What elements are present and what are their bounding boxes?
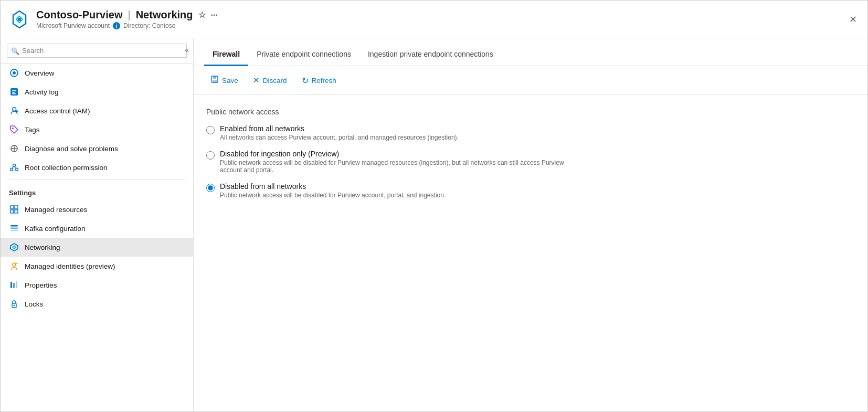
option-description: Public network access will be disabled f… — [220, 159, 587, 174]
svg-rect-7 — [12, 93, 16, 94]
tab-ingestion-endpoint[interactable]: Ingestion private endpoint connections — [359, 44, 502, 66]
option-all-disabled: Disabled from all networks Public networ… — [206, 182, 855, 199]
search-wrapper: 🔍 — [7, 44, 187, 58]
option-ingestion-only: Disabled for ingestion only (Preview) Pu… — [206, 150, 855, 174]
option-disabled-label: Disabled from all networks Public networ… — [220, 182, 446, 199]
tab-private-endpoint[interactable]: Private endpoint connections — [248, 44, 359, 66]
sidebar-item-tags[interactable]: Tags — [1, 120, 193, 139]
discard-icon: ✕ — [253, 76, 260, 85]
collapse-sidebar-button[interactable]: « — [181, 44, 193, 56]
tab-firewall[interactable]: Firewall — [204, 44, 248, 66]
svg-rect-19 — [10, 210, 14, 213]
search-input[interactable] — [7, 44, 187, 58]
svg-rect-34 — [213, 80, 217, 82]
svg-point-14 — [16, 168, 18, 171]
iam-icon — [9, 105, 19, 116]
svg-point-3 — [13, 71, 16, 75]
svg-rect-29 — [16, 281, 17, 288]
svg-point-31 — [14, 305, 15, 307]
sidebar-item-properties[interactable]: Properties — [1, 276, 193, 294]
svg-rect-5 — [12, 90, 16, 91]
sidebar-item-managed-resources[interactable]: Managed resources — [1, 200, 193, 219]
sidebar-nav: Overview Activity log Access control (IA… — [1, 64, 193, 411]
sidebar-item-access-control[interactable]: Access control (IAM) — [1, 101, 193, 120]
directory-label: Directory: Contoso — [123, 22, 175, 29]
sidebar-item-label: Root collection permission — [25, 164, 108, 172]
sidebar-item-label: Kafka configuration — [25, 225, 86, 233]
content-area: Firewall Private endpoint connections In… — [194, 38, 867, 411]
sidebar-item-root-collection[interactable]: Root collection permission — [1, 158, 193, 177]
svg-point-25 — [13, 263, 16, 266]
save-button[interactable]: Save — [204, 72, 245, 88]
header-subtitle: Microsoft Purview account i Directory: C… — [36, 22, 859, 29]
app-logo — [9, 9, 30, 30]
refresh-icon: ↻ — [302, 76, 309, 86]
refresh-button[interactable]: ↻ Refresh — [295, 73, 343, 88]
favorite-icon[interactable]: ☆ — [198, 10, 206, 20]
svg-rect-20 — [15, 210, 18, 213]
svg-point-8 — [13, 108, 16, 111]
svg-marker-26 — [16, 262, 18, 264]
option-description: Public network access will be disabled f… — [220, 192, 446, 199]
sidebar-item-networking[interactable]: Networking — [1, 238, 193, 257]
managed-identities-icon — [9, 261, 19, 271]
discard-label: Discard — [263, 77, 287, 84]
main-layout: 🔍 « Overview Activity log — [1, 38, 867, 411]
refresh-label: Refresh — [312, 77, 336, 84]
sidebar-item-label: Overview — [25, 69, 54, 77]
title-divider: | — [128, 9, 130, 21]
sidebar-item-label: Managed resources — [25, 206, 87, 214]
radio-all-networks[interactable] — [206, 126, 215, 134]
sidebar-item-activity-log[interactable]: Activity log — [1, 82, 193, 101]
sidebar-item-diagnose[interactable]: Diagnose and solve problems — [1, 139, 193, 158]
svg-rect-33 — [213, 76, 216, 79]
svg-rect-27 — [10, 282, 12, 288]
nav-divider — [9, 179, 185, 179]
option-title: Enabled from all networks — [220, 124, 459, 133]
radio-ingestion-only[interactable] — [206, 151, 215, 160]
resource-type: Microsoft Purview account — [36, 22, 110, 29]
resource-name: Contoso-Purview — [36, 9, 122, 21]
diagnose-icon — [9, 143, 19, 154]
sidebar-item-managed-identities[interactable]: Managed identities (preview) — [1, 257, 193, 276]
option-title: Disabled from all networks — [220, 182, 446, 191]
svg-point-9 — [16, 110, 18, 112]
section-title: Public network access — [206, 108, 855, 116]
info-icon[interactable]: i — [113, 22, 120, 29]
radio-all-disabled[interactable] — [206, 184, 215, 192]
sidebar-item-kafka[interactable]: Kafka configuration — [1, 219, 193, 238]
sidebar-item-label: Tags — [25, 126, 40, 134]
svg-rect-22 — [10, 228, 18, 229]
svg-marker-24 — [10, 244, 18, 251]
root-collection-icon — [9, 162, 19, 173]
option-description: All networks can access Purview account,… — [220, 134, 459, 141]
toolbar: Save ✕ Discard ↻ Refresh — [194, 66, 867, 95]
firewall-content: Public network access Enabled from all n… — [194, 95, 867, 212]
sidebar-item-label: Locks — [25, 300, 43, 308]
svg-point-13 — [10, 168, 13, 171]
header-title: Contoso-Purview | Networking ☆ ··· — [36, 9, 859, 21]
option-all-networks: Enabled from all networks All networks c… — [206, 124, 855, 141]
svg-rect-6 — [12, 92, 15, 93]
close-button[interactable]: ✕ — [847, 12, 859, 27]
sidebar-item-overview[interactable]: Overview — [1, 64, 193, 82]
sidebar-item-label: Networking — [25, 244, 60, 251]
sidebar-item-locks[interactable]: Locks — [1, 294, 193, 313]
more-options-icon[interactable]: ··· — [211, 10, 218, 20]
svg-rect-21 — [10, 225, 18, 227]
discard-button[interactable]: ✕ Discard — [247, 73, 293, 88]
networking-icon — [9, 242, 19, 252]
svg-rect-17 — [10, 206, 14, 209]
properties-icon — [9, 280, 19, 290]
header: Contoso-Purview | Networking ☆ ··· Micro… — [1, 1, 867, 38]
save-icon — [210, 75, 219, 86]
svg-rect-18 — [15, 206, 18, 209]
save-label: Save — [222, 77, 238, 84]
svg-line-16 — [14, 167, 17, 168]
svg-point-10 — [12, 128, 14, 129]
tags-icon — [9, 124, 19, 135]
svg-rect-23 — [10, 230, 18, 231]
sidebar-item-label: Access control (IAM) — [25, 107, 90, 115]
settings-section-title: Settings — [1, 182, 193, 200]
sidebar-item-label: Activity log — [25, 88, 59, 96]
